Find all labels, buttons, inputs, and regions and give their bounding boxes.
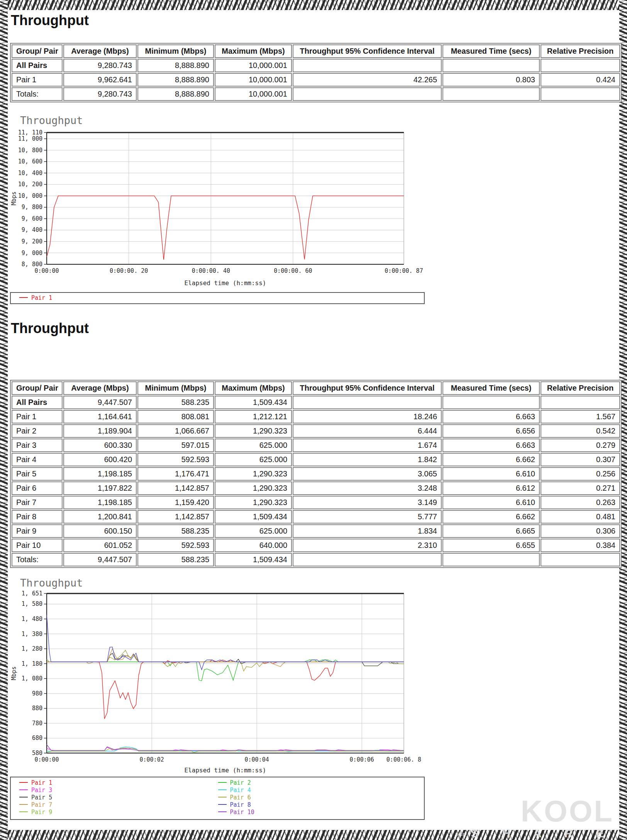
column-header: Maximum (Mbps) — [215, 44, 292, 58]
table-row: Pair 51,198.1851,176.4711,290.3233.0656.… — [12, 467, 620, 481]
legend-line-sample-icon — [218, 782, 227, 783]
table-cell: 1,212.121 — [215, 410, 292, 423]
table-cell: 0.256 — [541, 467, 620, 481]
legend-line-sample-icon — [19, 782, 28, 783]
y-tick-label: 1, 651 — [22, 590, 42, 597]
table-cell — [442, 59, 540, 72]
table-cell: 601.052 — [63, 539, 137, 552]
table-cell: Pair 9 — [12, 524, 63, 538]
x-tick-label: 0:00:02 — [139, 756, 164, 763]
table-row: Pair 3600.330597.015625.0001.6746.6630.2… — [12, 439, 620, 452]
table-cell — [442, 87, 540, 101]
table-cell: 1,197.822 — [63, 481, 137, 495]
table-cell: 1,142.857 — [137, 481, 214, 495]
column-header: Minimum (Mbps) — [137, 381, 214, 395]
x-tick-label: 0:00:06. 8 — [386, 756, 421, 763]
table-cell: 1,142.857 — [137, 510, 214, 524]
y-tick-label: 1, 380 — [22, 630, 42, 637]
legend-item: Pair 2 — [214, 779, 412, 787]
legend-line-sample-icon — [218, 811, 227, 812]
legend-label: Pair 2 — [230, 779, 251, 786]
table-cell: 588.235 — [137, 524, 214, 538]
column-header: Throughput 95% Confidence Interval — [293, 44, 442, 58]
decorative-border-top — [0, 0, 627, 10]
table-cell: 625.000 — [215, 453, 292, 466]
table-cell: 1,509.434 — [215, 396, 292, 409]
chart2-legend: Pair 1Pair 2Pair 3Pair 4Pair 5Pair 6Pair… — [10, 777, 425, 820]
x-axis-title: Elapsed time (h:mm:ss) — [185, 279, 266, 287]
table-cell: Pair 6 — [12, 481, 63, 495]
series-pair-3 — [47, 747, 404, 750]
column-header: Average (Mbps) — [63, 44, 137, 58]
y-tick-label: 9, 600 — [22, 215, 42, 222]
table-row: Pair 21,189.9041,066.6671,290.3236.4446.… — [12, 424, 620, 438]
x-tick-label: 0:00:00. 87 — [385, 267, 423, 274]
table-cell: 600.330 — [63, 439, 137, 452]
table-cell — [541, 87, 620, 101]
table-cell: Pair 4 — [12, 453, 63, 466]
y-tick-label: 1, 180 — [22, 660, 42, 667]
decorative-border-left — [0, 0, 8, 840]
table-cell: 588.235 — [137, 396, 214, 409]
y-tick-label: 9, 000 — [22, 250, 42, 257]
table-cell: 10,000.001 — [215, 87, 292, 101]
table-cell: 1,290.323 — [215, 496, 292, 509]
legend-label: Pair 10 — [230, 809, 254, 816]
y-tick-label: 10, 400 — [18, 170, 42, 177]
table-cell: 8,888.890 — [137, 59, 214, 72]
table-cell: Totals: — [12, 87, 63, 101]
table-cell: 0.279 — [541, 439, 620, 452]
table-cell — [442, 396, 540, 409]
legend-line-sample-icon — [218, 789, 227, 790]
y-tick-label: 780 — [32, 720, 42, 727]
table-cell: 625.000 — [215, 439, 292, 452]
legend-line-sample-icon — [19, 811, 28, 812]
y-tick-label: 9, 800 — [22, 204, 42, 211]
column-header: Minimum (Mbps) — [137, 44, 214, 58]
table-row: Totals:9,280.7438,888.89010,000.001 — [12, 87, 620, 101]
legend-item: Pair 6 — [214, 794, 412, 801]
table-cell: 6.662 — [442, 453, 540, 466]
y-tick-label: 1, 080 — [22, 675, 42, 682]
table-cell: 588.235 — [137, 553, 214, 566]
table-cell: Pair 10 — [12, 539, 63, 552]
table-header-row: Group/ PairAverage (Mbps)Minimum (Mbps)M… — [12, 381, 620, 395]
column-header: Group/ Pair — [12, 381, 63, 395]
table-cell: 10,000.001 — [215, 73, 292, 87]
table-cell: 0.306 — [541, 524, 620, 538]
table-cell: 597.015 — [137, 439, 214, 452]
series-pair-7 — [47, 649, 404, 667]
table-header-row: Group/ PairAverage (Mbps)Minimum (Mbps)M… — [12, 44, 620, 58]
legend-item: Pair 1 — [15, 779, 214, 787]
column-header: Average (Mbps) — [63, 381, 137, 395]
throughput-chart-1: Throughput11, 11011, 00010, 80010, 60010… — [10, 113, 619, 289]
table-row: Pair 61,197.8221,142.8571,290.3233.2486.… — [12, 481, 620, 495]
table-cell — [541, 553, 620, 566]
watermark-small-text: e.cn — [456, 831, 466, 837]
table-row: Pair 19,962.6418,888.89010,000.00142.265… — [12, 73, 620, 87]
legend-item: Pair 9 — [15, 809, 214, 816]
table-cell: 1,290.323 — [215, 467, 292, 481]
series-pair-2 — [47, 660, 404, 681]
table-cell: 600.150 — [63, 524, 137, 538]
series-pair-10 — [47, 745, 404, 750]
legend-item: Pair 5 — [15, 794, 214, 801]
table-cell: 6.655 — [442, 539, 540, 552]
table-cell: 1.674 — [293, 439, 442, 452]
table-cell: 640.000 — [215, 539, 292, 552]
table-row: Pair 81,200.8411,142.8571,509.4345.7776.… — [12, 510, 620, 524]
table-row: Pair 9600.150588.235625.0001.8346.6650.3… — [12, 524, 620, 538]
table-row: Pair 4600.420592.593625.0001.8426.6620.3… — [12, 453, 620, 466]
table-cell: 6.444 — [293, 424, 442, 438]
table-cell: 9,280.743 — [63, 87, 137, 101]
chart-title: Throughput — [20, 114, 83, 126]
column-header: Measured Time (secs) — [442, 44, 540, 58]
table-cell: 1,176.471 — [137, 467, 214, 481]
table-cell — [541, 396, 620, 409]
chart-title: Throughput — [20, 577, 83, 589]
legend-item: Pair 3 — [15, 787, 214, 794]
table-cell: 1,290.323 — [215, 424, 292, 438]
column-header: Maximum (Mbps) — [215, 381, 292, 395]
section1-title: Throughput — [11, 12, 619, 28]
chart1-legend: Pair 1 — [10, 292, 425, 304]
